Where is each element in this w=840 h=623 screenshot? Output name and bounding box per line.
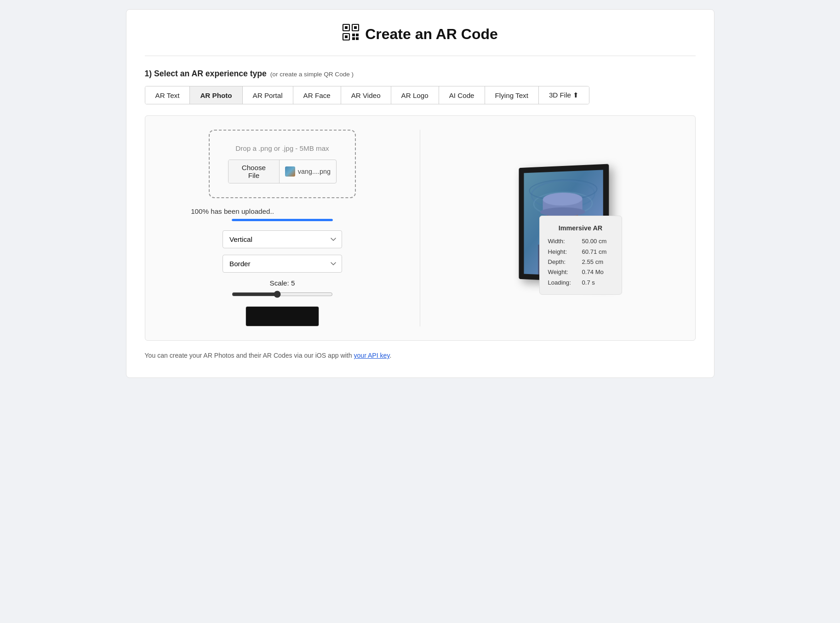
choose-file-button[interactable]: Choose File xyxy=(229,160,280,183)
tabs-row: AR Text AR Photo AR Portal AR Face AR Vi… xyxy=(145,86,590,104)
section-label: 1) Select an AR experience type (or crea… xyxy=(145,69,696,79)
immersive-loading-label: Loading: xyxy=(548,278,580,288)
immersive-width-label: Width: xyxy=(548,236,580,246)
svg-rect-6 xyxy=(352,34,355,36)
file-input-row: Choose File vang....png xyxy=(228,160,337,183)
immersive-width-row: Width: 50.00 cm xyxy=(548,236,613,246)
upload-status: 100% has been uploaded.. xyxy=(159,207,306,215)
page-wrapper: Create an AR Code 1) Select an AR experi… xyxy=(126,9,714,378)
frame-select[interactable]: Border No Border Shadow xyxy=(223,255,342,273)
tab-flying-text[interactable]: Flying Text xyxy=(485,86,539,104)
immersive-depth-row: Depth: 2.55 cm xyxy=(548,257,613,267)
immersive-depth-label: Depth: xyxy=(548,257,580,267)
footer-text-after: . xyxy=(389,352,391,359)
section-sub-label: (or create a simple QR Code ) xyxy=(270,71,354,78)
progress-bar-fill xyxy=(232,219,333,221)
tab-3d-file[interactable]: 3D File ⬆ xyxy=(539,86,589,104)
immersive-title: Immersive AR xyxy=(548,223,613,234)
drop-zone[interactable]: Drop a .png or .jpg - 5MB max Choose Fil… xyxy=(209,130,356,198)
immersive-loading-value: 0.7 s xyxy=(582,278,595,288)
tab-ar-text[interactable]: AR Text xyxy=(145,86,190,104)
color-picker-box[interactable] xyxy=(246,307,319,326)
drop-hint: Drop a .png or .jpg - 5MB max xyxy=(235,144,329,152)
svg-rect-5 xyxy=(345,35,348,38)
footer-api-key-link[interactable]: your API key xyxy=(354,352,389,359)
color-picker-wrapper[interactable] xyxy=(246,306,319,326)
tab-ar-logo[interactable]: AR Logo xyxy=(391,86,439,104)
page-header: Create an AR Code xyxy=(145,23,696,56)
svg-rect-9 xyxy=(356,37,359,40)
qr-icon xyxy=(342,23,360,45)
file-name-text: vang....png xyxy=(298,168,331,175)
main-panel: Drop a .png or .jpg - 5MB max Choose Fil… xyxy=(145,115,696,341)
tab-ai-code[interactable]: AI Code xyxy=(439,86,485,104)
right-panel: Immersive AR Width: 50.00 cm Height: 60.… xyxy=(420,130,681,326)
immersive-weight-row: Weight: 0.74 Mo xyxy=(548,267,613,277)
immersive-depth-value: 2.55 cm xyxy=(582,257,604,267)
scale-label: Scale: 5 xyxy=(270,279,295,287)
footer-text-before: You can create your AR Photos and their … xyxy=(145,352,354,359)
file-thumbnail xyxy=(285,166,295,177)
immersive-height-row: Height: 60.71 cm xyxy=(548,247,613,257)
scale-slider[interactable] xyxy=(232,291,333,298)
svg-rect-3 xyxy=(354,26,357,29)
immersive-weight-label: Weight: xyxy=(548,267,580,277)
orientation-select[interactable]: Vertical Horizontal xyxy=(223,230,342,248)
immersive-loading-row: Loading: 0.7 s xyxy=(548,278,613,288)
immersive-width-value: 50.00 cm xyxy=(582,236,607,246)
progress-bar-wrapper xyxy=(232,219,333,221)
left-panel: Drop a .png or .jpg - 5MB max Choose Fil… xyxy=(159,130,420,326)
page-title: Create an AR Code xyxy=(365,26,498,43)
footer-note: You can create your AR Photos and their … xyxy=(145,352,696,359)
immersive-info-box: Immersive AR Width: 50.00 cm Height: 60.… xyxy=(539,216,622,295)
file-name-display: vang....png xyxy=(280,163,336,180)
immersive-weight-value: 0.74 Mo xyxy=(582,267,604,277)
tab-ar-video[interactable]: AR Video xyxy=(341,86,391,104)
svg-rect-1 xyxy=(345,26,348,29)
preview-frame: Immersive AR Width: 50.00 cm Height: 60.… xyxy=(507,166,608,290)
tab-ar-photo[interactable]: AR Photo xyxy=(190,86,242,104)
tab-ar-face[interactable]: AR Face xyxy=(293,86,341,104)
immersive-height-label: Height: xyxy=(548,247,580,257)
immersive-height-value: 60.71 cm xyxy=(582,247,607,257)
tab-ar-portal[interactable]: AR Portal xyxy=(243,86,293,104)
svg-rect-7 xyxy=(356,34,359,36)
section-main-label: 1) Select an AR experience type xyxy=(145,69,267,79)
svg-rect-8 xyxy=(352,37,355,40)
